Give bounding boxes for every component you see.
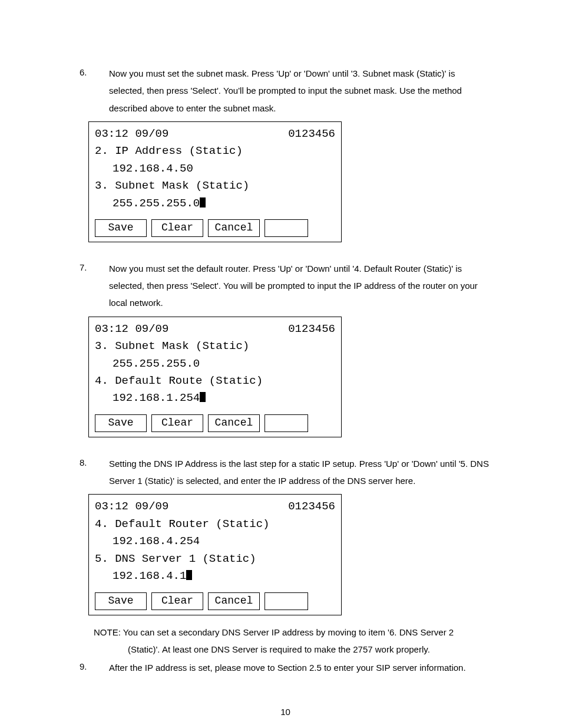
empty-button[interactable] [265, 414, 308, 432]
cancel-button[interactable]: Cancel [208, 219, 260, 237]
lcd-value-editing: 192.168.1.254 [95, 390, 335, 407]
lcd-screen-2: 03:12 09/09 0123456 3. Subnet Mask (Stat… [88, 317, 342, 437]
lcd-menu-item: 2. IP Address (Static) [95, 143, 335, 160]
step-6: 6. Now you must set the subnet mask. Pre… [80, 65, 491, 117]
lcd-time: 03:12 09/09 [95, 126, 168, 143]
lcd-button-row: Save Clear Cancel [95, 219, 335, 237]
lcd-menu-item: 5. DNS Server 1 (Static) [95, 551, 335, 568]
lcd-button-row: Save Clear Cancel [95, 414, 335, 432]
lcd-value: 255.255.255.0 [95, 355, 335, 373]
lcd-extension: 0123456 [288, 126, 335, 143]
lcd-time: 03:12 09/09 [95, 321, 168, 338]
step-text: Now you must set the subnet mask. Press … [109, 65, 491, 117]
lcd-extension: 0123456 [288, 321, 335, 338]
lcd-menu-item: 3. Subnet Mask (Static) [95, 338, 335, 355]
cancel-button[interactable]: Cancel [208, 414, 260, 432]
lcd-extension: 0123456 [288, 498, 335, 515]
note-line: (Static)'. At least one DNS Server is re… [94, 641, 491, 658]
lcd-value-editing: 192.168.4.1 [95, 568, 335, 585]
step-text: After the IP address is set, please move… [109, 659, 491, 676]
save-button[interactable]: Save [95, 414, 147, 432]
lcd-value-editing: 255.255.255.0 [95, 195, 335, 212]
step-number: 8. [80, 455, 109, 490]
lcd-menu-item: 4. Default Route (Static) [95, 373, 335, 390]
step-number: 9. [80, 659, 109, 676]
step-text: Setting the DNS IP Address is the last s… [109, 455, 491, 490]
lcd-menu-item: 4. Default Router (Static) [95, 516, 335, 533]
step-text: Now you must set the default router. Pre… [109, 260, 491, 312]
step-9: 9. After the IP address is set, please m… [80, 659, 491, 676]
lcd-screen-1: 03:12 09/09 0123456 2. IP Address (Stati… [88, 121, 342, 242]
lcd-value: 192.168.4.50 [95, 160, 335, 177]
save-button[interactable]: Save [95, 219, 147, 237]
empty-button[interactable] [265, 592, 308, 610]
step-number: 6. [80, 65, 109, 117]
note-block: NOTE: You can set a secondary DNS Server… [94, 624, 491, 658]
lcd-value: 192.168.4.254 [95, 533, 335, 550]
lcd-menu-item: 3. Subnet Mask (Static) [95, 177, 335, 195]
clear-button[interactable]: Clear [151, 592, 203, 610]
save-button[interactable]: Save [95, 592, 147, 610]
step-7: 7. Now you must set the default router. … [80, 260, 491, 312]
cancel-button[interactable]: Cancel [208, 592, 260, 610]
empty-button[interactable] [265, 219, 308, 237]
lcd-screen-3: 03:12 09/09 0123456 4. Default Router (S… [88, 494, 342, 615]
note-line: NOTE: You can set a secondary DNS Server… [94, 624, 491, 641]
lcd-button-row: Save Clear Cancel [95, 592, 335, 610]
lcd-time: 03:12 09/09 [95, 498, 168, 515]
clear-button[interactable]: Clear [151, 219, 203, 237]
clear-button[interactable]: Clear [151, 414, 203, 432]
step-number: 7. [80, 260, 109, 312]
step-8: 8. Setting the DNS IP Address is the las… [80, 455, 491, 490]
page-number: 10 [80, 707, 491, 717]
